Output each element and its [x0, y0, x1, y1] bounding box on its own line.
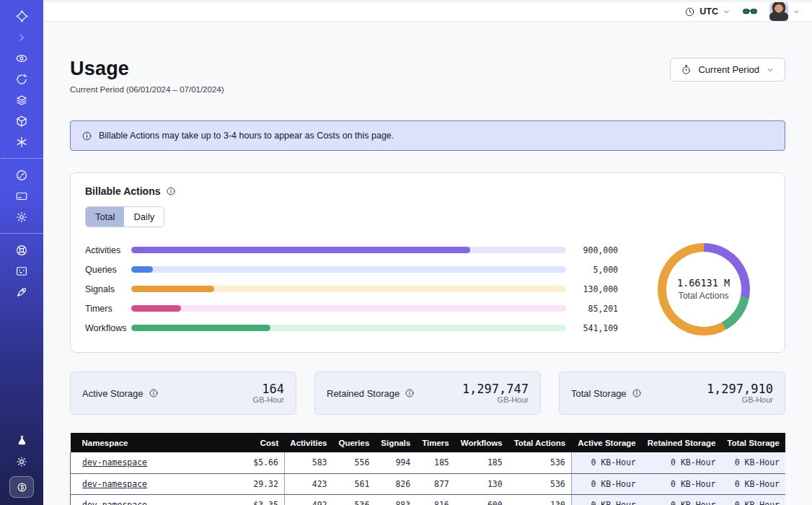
total-storage-value: 1,297,910	[707, 382, 773, 396]
col-timers: Timers	[416, 433, 455, 452]
table-row: dev-namespace $5.66 583 556 994 185 185 …	[71, 452, 786, 473]
billing-card-icon[interactable]	[0, 187, 43, 205]
bar-label: Activities	[85, 245, 131, 255]
tab-daily[interactable]: Daily	[124, 207, 164, 227]
bar-track	[131, 305, 566, 312]
settings-gear-icon[interactable]	[0, 208, 43, 226]
total-storage-cell: 0 KB-Hour	[721, 473, 785, 494]
queries-cell: 536	[332, 494, 375, 505]
col-activities: Activities	[284, 433, 332, 452]
namespace-usage-table: Namespace Cost Activities Queries Signal…	[70, 433, 785, 505]
storage-unit: GB-Hour	[462, 395, 529, 404]
bar-row-queries: Queries 5,000	[85, 260, 618, 279]
stack-layers-icon[interactable]	[0, 91, 43, 109]
donut-chart-wrap: 1.66131 M Total Actions	[637, 240, 770, 338]
nexus-asterisk-icon[interactable]	[0, 133, 43, 151]
timers-cell: 185	[416, 452, 455, 473]
workflows-cell: 185	[455, 452, 508, 473]
bar-track	[131, 325, 566, 331]
usage-money-button[interactable]	[9, 476, 34, 498]
active-storage-card: Active Storage 164 GB-Hour	[70, 372, 296, 415]
total-storage-cell: 0 KB-Hour	[721, 452, 785, 473]
total-actions-cell: 130	[508, 494, 572, 505]
total-storage-cell: 0 KB-Hour	[721, 494, 785, 505]
banner-text: Billable Actions may take up to 3-4 hour…	[99, 131, 394, 141]
storage-cards: Active Storage 164 GB-Hour Retained Stor…	[70, 372, 785, 415]
bar-track	[131, 266, 566, 273]
bar-value: 541,109	[566, 323, 618, 333]
billable-actions-chart: Activities 900,000 Queries 5,000 Signals…	[85, 240, 770, 338]
usage-gauge-icon[interactable]	[0, 166, 43, 184]
col-total-actions: Total Actions	[508, 433, 572, 452]
activities-cell: 423	[284, 473, 332, 494]
main-area: UTC Usage Current Period (06/01/2024 – 0…	[43, 0, 812, 505]
theme-sun-icon[interactable]	[0, 452, 43, 470]
billable-actions-card: Billable Actions Total Daily Activities …	[70, 172, 785, 353]
account-menu[interactable]	[769, 2, 800, 21]
retained-storage-cell: 0 KB-Hour	[642, 494, 722, 505]
total-storage-label: Total Storage	[571, 388, 642, 399]
page-header: Usage Current Period (06/01/2024 – 07/01…	[70, 58, 785, 94]
support-lifebuoy-icon[interactable]	[0, 241, 43, 259]
namespace-link[interactable]: dev-namespace	[82, 500, 147, 505]
active-storage-cell: 0 KB-Hour	[571, 473, 642, 494]
total-storage-card: Total Storage 1,297,910 GB-Hour	[559, 372, 785, 415]
col-queries: Queries	[332, 433, 375, 452]
col-active-storage: Active Storage	[571, 433, 642, 452]
bar-label: Timers	[85, 304, 131, 314]
timezone-selector[interactable]: UTC	[684, 6, 731, 17]
total-actions-value: 1.66131 M	[677, 277, 730, 289]
stopwatch-icon	[681, 64, 692, 75]
sidebar-expand-chevron-icon[interactable]	[0, 28, 43, 46]
bar-fill	[131, 266, 153, 273]
glasses-icon[interactable]	[742, 4, 758, 19]
retained-storage-cell: 0 KB-Hour	[642, 473, 722, 494]
timers-cell: 877	[416, 473, 455, 494]
bar-label: Queries	[85, 265, 131, 275]
active-storage-cell: 0 KB-Hour	[571, 494, 642, 505]
info-icon	[81, 131, 92, 141]
signals-cell: 826	[375, 473, 416, 494]
sidebar-divider	[1, 158, 43, 159]
chevron-down-icon	[723, 8, 731, 16]
bar-row-timers: Timers 85,201	[85, 299, 618, 318]
page-title: Usage	[70, 58, 224, 80]
bar-value: 130,000	[566, 284, 618, 294]
page-subtitle: Current Period (06/01/2024 – 07/01/2024)	[70, 85, 224, 94]
schedules-retry-clock-icon[interactable]	[0, 70, 43, 88]
namespaces-eye-icon[interactable]	[0, 49, 43, 67]
namespace-link[interactable]: dev-namespace	[82, 457, 147, 467]
info-icon[interactable]	[149, 388, 159, 398]
clock-icon	[684, 6, 695, 17]
info-icon[interactable]	[632, 388, 642, 398]
billable-actions-title: Billable Actions	[85, 185, 770, 197]
info-icon[interactable]	[405, 388, 415, 398]
queries-cell: 556	[332, 452, 375, 473]
active-storage-value: 164	[253, 382, 284, 396]
bar-value: 5,000	[566, 265, 618, 275]
bar-chart: Activities 900,000 Queries 5,000 Signals…	[85, 240, 637, 338]
bar-row-activities: Activities 900,000	[85, 240, 618, 260]
info-icon[interactable]	[166, 186, 176, 196]
sidebar-divider	[1, 233, 43, 234]
col-namespace: Namespace	[71, 433, 226, 452]
tab-total[interactable]: Total	[86, 207, 124, 227]
sidebar	[0, 0, 43, 505]
active-storage-label: Active Storage	[82, 388, 159, 399]
labs-flask-icon[interactable]	[0, 431, 43, 449]
bar-value: 900,000	[566, 245, 618, 255]
content: Usage Current Period (06/01/2024 – 07/01…	[43, 22, 812, 505]
bar-label: Workflows	[85, 323, 131, 333]
temporal-logo-icon[interactable]	[0, 7, 43, 25]
feedback-terminal-icon[interactable]	[0, 262, 43, 280]
namespace-link[interactable]: dev-namespace	[82, 479, 147, 489]
bar-track	[131, 286, 566, 292]
donut-center: 1.66131 M Total Actions	[666, 252, 741, 327]
total-actions-cell: 536	[508, 452, 572, 473]
timers-cell: 816	[416, 494, 455, 505]
retained-storage-card: Retained Storage 1,297,747 GB-Hour	[314, 372, 541, 415]
getting-started-rocket-icon[interactable]	[0, 283, 43, 301]
deployments-cube-icon[interactable]	[0, 112, 43, 130]
period-selector-button[interactable]: Current Period	[670, 58, 785, 82]
timezone-label: UTC	[700, 6, 718, 17]
